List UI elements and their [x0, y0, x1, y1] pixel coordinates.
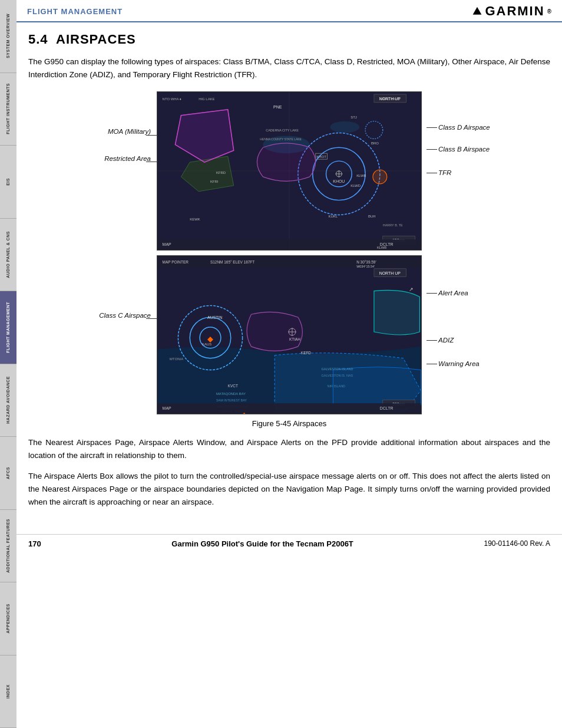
svg-text:DCLTR: DCLTR [380, 406, 394, 410]
sidebar-item-flight-management[interactable]: FLIGHT MANAGEMENT [0, 291, 16, 364]
warning-area-line [427, 364, 437, 364]
svg-text:WTONIA: WTONIA [170, 357, 184, 361]
intro-paragraph: The G950 can display the following types… [28, 55, 550, 81]
section-number-title: 5.4 AIRSPACES [28, 32, 136, 47]
svg-text:KEFD: KEFD [301, 351, 312, 355]
svg-marker-0 [473, 7, 482, 15]
top-figure: MOA (Military) Restricted Area [71, 91, 507, 251]
alert-area-label: Alert Area [438, 289, 468, 297]
svg-text:KAUS: KAUS [202, 342, 211, 346]
svg-text:HENMA COUNTY STATE LAKE: HENMA COUNTY STATE LAKE [260, 139, 302, 141]
svg-text:GRAD TAKS: GRAD TAKS [380, 97, 400, 101]
svg-text:KLWB: KLWB [377, 246, 386, 249]
bottom-figure: Class C Airspace [71, 255, 507, 414]
sidebar-item-flight-instruments-label: FLIGHT INSTRUMENTS [6, 83, 11, 134]
registered-mark: ® [547, 8, 551, 15]
page-content: 5.4 AIRSPACES The G950 can display the f… [16, 22, 562, 528]
warning-area-label: Warning Area [438, 360, 480, 367]
footer-part-number: 190-01146-00 Rev. A [484, 539, 550, 548]
section-heading: 5.4 AIRSPACES [28, 32, 550, 47]
footer-guide-title: Garmin G950 Pilot's Guide for the Tecnam… [171, 539, 353, 548]
sidebar: SYSTEM OVERVIEW FLIGHT INSTRUMENTS EIS A… [0, 0, 16, 728]
svg-text:BRO: BRO [371, 142, 379, 146]
page-footer: 170 Garmin G950 Pilot's Guide for the Te… [16, 534, 562, 553]
bottom-map-display: AUSTIN KAUS KTIAH [157, 255, 422, 414]
svg-text:STJ: STJ [351, 116, 357, 119]
svg-text:KVCT: KVCT [228, 384, 238, 388]
sidebar-item-hazard-avoidance[interactable]: HAZARD AVOIDANCE [0, 364, 16, 437]
svg-text:KFRI: KFRI [210, 180, 219, 183]
top-map-container: KHOU KHOT KLWB KFRD KFRI [157, 91, 422, 251]
class-b-line [427, 149, 437, 150]
tfr-label: TFR [438, 169, 451, 176]
adiz-label: ADIZ [438, 337, 454, 344]
restricted-area-line [146, 162, 157, 162]
figures-area: MOA (Military) Restricted Area [71, 91, 507, 414]
svg-text:↗: ↗ [409, 286, 414, 292]
class-d-line [427, 127, 437, 128]
page-header: FLIGHT MANAGEMENT GARMIN ® [16, 0, 562, 22]
sidebar-item-afcs-label: AFCS [6, 467, 11, 479]
bottom-map-container: AUSTIN KAUS KTIAH [157, 255, 422, 414]
garmin-logo: GARMIN ® [472, 4, 551, 19]
sidebar-item-eis-label: EIS [6, 178, 11, 186]
svg-text:KFRD: KFRD [216, 171, 226, 174]
svg-point-3 [330, 121, 359, 133]
body-paragraph-2: The Airspace Alerts Box allows the pilot… [28, 470, 550, 509]
bottom-map-svg: AUSTIN KAUS KTIAH [157, 256, 421, 414]
body-paragraph-1: The Nearest Airspaces Page, Airspace Ale… [28, 436, 550, 463]
class-d-label: Class D Airspace [438, 124, 490, 131]
svg-text:CADERNA CITY LAKE: CADERNA CITY LAKE [266, 129, 299, 133]
garmin-logo-text: GARMIN [485, 4, 544, 19]
class-c-line [146, 318, 157, 319]
moa-military-line [146, 135, 157, 136]
svg-text:NORTH UP: NORTH UP [379, 271, 401, 275]
top-map-svg: KHOU KHOT KLWB KFRD KFRI [157, 92, 421, 250]
sidebar-item-appendices-label: APPENDICES [6, 604, 11, 634]
sidebar-item-afcs[interactable]: AFCS [0, 437, 16, 510]
svg-text:KUKL: KUKL [329, 215, 338, 219]
tfr-line [427, 173, 437, 173]
restricted-area-label: Restricted Area [104, 155, 151, 162]
svg-text:GALVESTON ISLAND: GALVESTON ISLAND [322, 367, 353, 371]
main-content: FLIGHT MANAGEMENT GARMIN ® 5.4 AIRSPACES… [16, 0, 562, 553]
header-title: FLIGHT MANAGEMENT [27, 7, 123, 16]
bottom-right-annotations: Alert Area ADIZ Warning Area [422, 255, 507, 414]
sidebar-item-index-label: INDEX [6, 684, 11, 699]
svg-text:KEWK: KEWK [190, 218, 200, 222]
svg-text:MATAQONDA BAY: MATAQONDA BAY [216, 392, 246, 396]
svg-text:MAP POINTER: MAP POINTER [163, 260, 189, 264]
svg-text:KHOU: KHOU [333, 179, 345, 183]
class-c-label: Class C Airspace [99, 312, 151, 319]
svg-text:KLWB: KLWB [356, 174, 366, 177]
svg-text:MAP: MAP [163, 406, 171, 410]
footer-page-number: 170 [28, 539, 41, 548]
svg-text:KLWD: KLWD [351, 184, 361, 187]
svg-text:W034°15.54': W034°15.54' [356, 265, 375, 268]
sidebar-item-audio-panel-label: AUDIO PANEL & CNS [6, 231, 11, 278]
svg-point-8 [373, 170, 387, 184]
figure-caption: Figure 5-45 Airspaces [28, 419, 550, 428]
sidebar-item-hazard-avoidance-label: HAZARD AVOIDANCE [6, 376, 11, 424]
svg-rect-66 [158, 256, 421, 268]
sidebar-item-eis[interactable]: EIS [0, 146, 16, 219]
svg-text:HIG LAKE: HIG LAKE [199, 97, 214, 101]
sidebar-item-system-overview[interactable]: SYSTEM OVERVIEW [0, 0, 16, 73]
sidebar-item-flight-instruments[interactable]: FLIGHT INSTRUMENTS [0, 73, 16, 146]
sidebar-item-appendices[interactable]: APPENDICES [0, 582, 16, 655]
svg-text:NTO WHA ♦: NTO WHA ♦ [163, 97, 181, 101]
garmin-logo-icon [472, 6, 482, 17]
svg-text:S12NM  165°  ELEV  187FT: S12NM 165° ELEV 187FT [210, 260, 254, 264]
moa-military-label: MOA (Military) [108, 128, 151, 135]
sidebar-item-flight-management-label: FLIGHT MANAGEMENT [6, 302, 11, 353]
sidebar-item-index[interactable]: INDEX [0, 655, 16, 729]
svg-text:PNE: PNE [273, 105, 282, 109]
svg-text:NIR ISLAND: NIR ISLAND [328, 385, 346, 388]
sidebar-item-additional-features[interactable]: ADDITIONAL FEATURES [0, 510, 16, 583]
sidebar-item-audio-panel[interactable]: AUDIO PANEL & CNS [0, 219, 16, 292]
adiz-line [427, 340, 437, 341]
svg-text:SAM INTEREST BAY: SAM INTEREST BAY [216, 398, 247, 402]
svg-text:BUH: BUH [368, 215, 376, 219]
top-left-annotations: MOA (Military) Restricted Area [71, 91, 157, 251]
svg-text:AUSTIN: AUSTIN [207, 315, 222, 319]
